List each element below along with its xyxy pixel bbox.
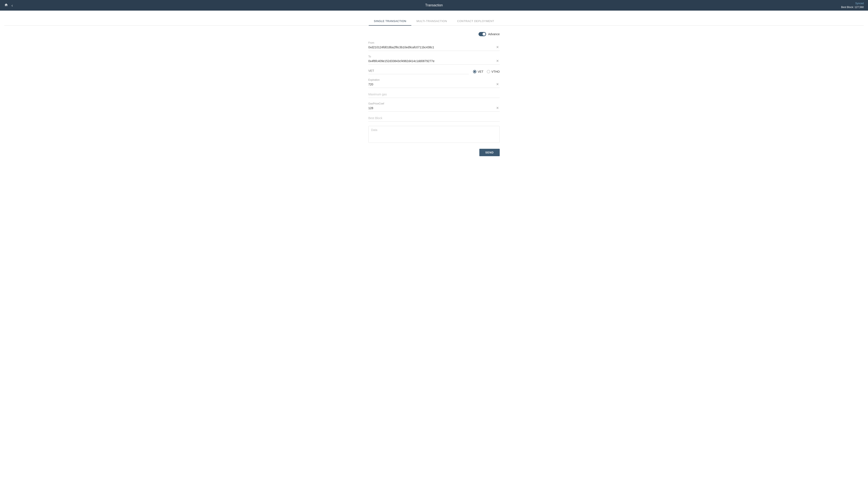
vtho-radio-circle <box>487 70 490 73</box>
expiration-field-group: Expiration ✕ <box>368 79 500 88</box>
tab-contract-deployment[interactable]: CONTRACT DEPLOYMENT <box>452 17 499 26</box>
to-input[interactable] <box>368 59 495 63</box>
tab-multi-transaction[interactable]: MULTI-TRANSACTION <box>411 17 452 26</box>
data-textarea[interactable] <box>368 126 500 143</box>
sync-status: Synced Best Block: 127,560 <box>841 1 864 9</box>
advance-label: Advance <box>488 32 500 36</box>
from-input[interactable] <box>368 45 495 50</box>
best-block-field-row <box>368 116 500 122</box>
vtho-radio-label: VTHO <box>491 70 500 73</box>
send-row: SEND <box>368 149 500 156</box>
header-nav: ‹ <box>4 3 13 8</box>
max-gas-field-group <box>368 92 500 98</box>
back-icon[interactable]: ‹ <box>11 3 13 8</box>
transaction-form: Advance From ✕ To ✕ <box>368 32 500 156</box>
vet-radio-option[interactable]: VET <box>473 70 484 73</box>
advance-toggle[interactable] <box>478 32 486 36</box>
gas-price-coef-label: GasPriceCoef <box>368 102 500 105</box>
page-title: Transaction <box>425 3 443 7</box>
max-gas-input[interactable] <box>368 92 500 96</box>
tab-single-transaction[interactable]: SINGLE TRANSACTION <box>369 17 411 26</box>
send-button[interactable]: SEND <box>479 149 500 156</box>
gas-price-coef-field-row: ✕ <box>368 106 500 112</box>
vtho-radio-option[interactable]: VTHO <box>487 70 500 73</box>
from-field-group: From ✕ <box>368 41 500 51</box>
token-radio-group: VET VTHO <box>473 70 500 73</box>
data-field-group <box>368 126 500 144</box>
to-label: To <box>368 55 500 58</box>
gas-price-coef-field-group: GasPriceCoef ✕ <box>368 102 500 112</box>
best-block-input[interactable] <box>368 116 500 120</box>
to-field-row: ✕ <box>368 59 500 65</box>
best-block-value: 127,560 <box>855 6 864 9</box>
from-field-row: ✕ <box>368 45 500 51</box>
toggle-track <box>478 32 486 36</box>
synced-label: Synced <box>841 1 864 5</box>
expiration-field-row: ✕ <box>368 82 500 88</box>
home-icon[interactable] <box>4 3 8 8</box>
from-clear-button[interactable]: ✕ <box>495 45 500 49</box>
expiration-input[interactable] <box>368 82 495 87</box>
to-field-group: To ✕ <box>368 55 500 65</box>
vet-row: VET VTHO <box>368 69 500 74</box>
to-clear-button[interactable]: ✕ <box>495 59 500 63</box>
expiration-label: Expiration <box>368 79 500 81</box>
vet-amount-input[interactable] <box>368 69 469 72</box>
expiration-clear-button[interactable]: ✕ <box>495 83 500 86</box>
best-block-field-group <box>368 116 500 122</box>
best-block-label: Best Block: <box>841 6 854 9</box>
gas-price-coef-input[interactable] <box>368 106 495 110</box>
vet-radio-circle <box>473 70 476 73</box>
advance-row: Advance <box>368 32 500 36</box>
max-gas-field-row <box>368 92 500 98</box>
tab-bar: SINGLE TRANSACTION MULTI-TRANSACTION CON… <box>4 17 864 26</box>
vet-input-wrap <box>368 69 469 74</box>
best-block-info: Best Block: 127,560 <box>841 5 864 9</box>
main-content: SINGLE TRANSACTION MULTI-TRANSACTION CON… <box>0 10 868 487</box>
app-header: ‹ Transaction Synced Best Block: 127,560 <box>0 0 868 10</box>
from-label: From <box>368 41 500 44</box>
vet-radio-label: VET <box>478 70 484 73</box>
gas-price-coef-clear-button[interactable]: ✕ <box>495 106 500 110</box>
toggle-thumb <box>483 33 486 36</box>
